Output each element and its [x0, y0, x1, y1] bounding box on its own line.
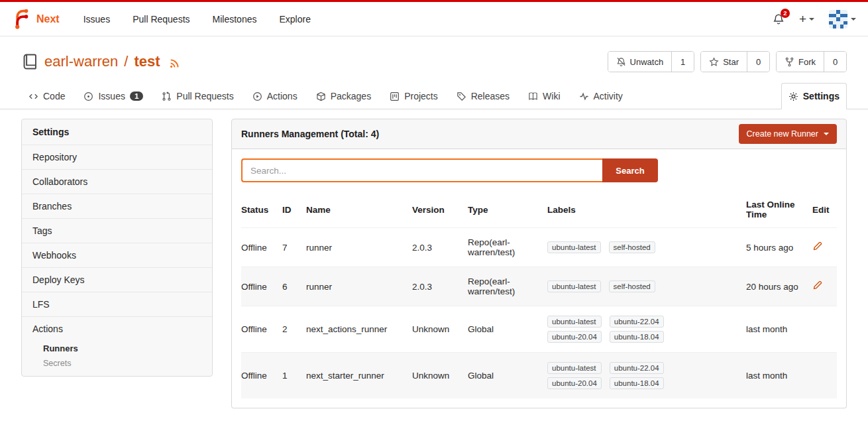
- runner-search-form: Search: [241, 158, 837, 182]
- repo-title: earl-warren / test: [21, 53, 180, 70]
- runners-panel-header: Runners Management (Total: 4) Create new…: [231, 119, 847, 149]
- unwatch-button[interactable]: Unwatch: [608, 52, 672, 72]
- fork-button-group: Fork 0: [776, 51, 847, 72]
- play-circle-icon: [252, 91, 262, 101]
- user-menu[interactable]: [829, 10, 856, 29]
- repo-tabs: Code Issues 1 Pull Requests Actions Pack…: [0, 83, 868, 109]
- repo-action-buttons: Unwatch 1 Star 0 Fork: [608, 51, 847, 72]
- runner-last-online: 20 hours ago: [746, 267, 812, 306]
- fork-count[interactable]: 0: [824, 52, 846, 72]
- panel-title: Runners Management (Total: 4): [241, 129, 379, 139]
- rss-feed-icon[interactable]: [169, 58, 180, 69]
- runner-last-online: last month: [746, 306, 812, 353]
- table-header-row: Status ID Name Version Type Labels Last …: [241, 192, 837, 228]
- sidebar-item-deploy-keys[interactable]: Deploy Keys: [22, 267, 212, 292]
- col-version: Version: [412, 192, 468, 228]
- plus-icon: +: [799, 12, 806, 27]
- runner-label-badge: self-hosted: [609, 241, 655, 253]
- edit-runner-button[interactable]: [812, 241, 822, 251]
- sidebar-item-collaborators[interactable]: Collaborators: [22, 169, 212, 194]
- tab-packages[interactable]: Packages: [309, 83, 378, 109]
- code-icon: [28, 91, 38, 101]
- runner-version: Unknown: [412, 306, 468, 353]
- sidebar-item-branches[interactable]: Branches: [22, 194, 212, 218]
- runner-label-badge: ubuntu-20.04: [547, 331, 602, 343]
- star-button[interactable]: Star: [701, 52, 747, 72]
- search-button[interactable]: Search: [602, 158, 658, 182]
- runner-label-badge: ubuntu-20.04: [547, 377, 602, 389]
- tab-activity[interactable]: Activity: [572, 83, 630, 109]
- notifications-button[interactable]: 2: [773, 13, 785, 25]
- create-runner-button[interactable]: Create new Runner: [739, 124, 837, 144]
- sidebar-item-secrets[interactable]: Secrets: [22, 356, 212, 376]
- sidebar-item-lfs[interactable]: LFS: [22, 292, 212, 316]
- sidebar-item-repository[interactable]: Repository: [22, 145, 212, 169]
- create-new-menu[interactable]: +: [799, 12, 814, 27]
- tab-releases-label: Releases: [471, 91, 510, 101]
- pull-request-icon: [162, 91, 172, 101]
- star-count[interactable]: 0: [747, 52, 769, 72]
- runner-name: runner: [306, 267, 412, 306]
- col-name: Name: [306, 192, 412, 228]
- tab-settings[interactable]: Settings: [781, 83, 847, 109]
- tab-actions-label: Actions: [267, 91, 298, 101]
- pulse-icon: [579, 91, 589, 101]
- runner-label-badge: ubuntu-18.04: [610, 377, 664, 389]
- runner-type: Global: [468, 306, 547, 353]
- edit-runner-button[interactable]: [812, 280, 822, 290]
- fork-button[interactable]: Fork: [777, 52, 824, 72]
- col-type: Type: [468, 192, 547, 228]
- chevron-down-icon: [851, 18, 856, 23]
- gear-icon: [788, 91, 798, 101]
- tab-code[interactable]: Code: [21, 83, 72, 109]
- col-id: ID: [282, 192, 306, 228]
- tab-projects[interactable]: Projects: [382, 83, 445, 109]
- runner-last-online: 5 hours ago: [746, 228, 812, 267]
- star-button-group: Star 0: [700, 51, 770, 72]
- chevron-down-icon: [809, 18, 814, 23]
- fork-label: Fork: [798, 57, 816, 67]
- package-icon: [316, 91, 326, 101]
- nav-item-explore[interactable]: Explore: [279, 14, 310, 25]
- repo-name-link[interactable]: test: [134, 53, 160, 70]
- runner-labels: ubuntu-latestself-hosted: [547, 267, 746, 306]
- repo-header: earl-warren / test Unwatch 1: [21, 51, 847, 72]
- sidebar-item-runners[interactable]: Runners: [22, 341, 212, 356]
- top-navbar: Next Issues Pull Requests Milestones Exp…: [0, 2, 868, 36]
- runner-version: Unknown: [412, 353, 468, 399]
- runner-status: Offline: [241, 228, 282, 267]
- tab-wiki[interactable]: Wiki: [521, 83, 567, 109]
- fork-icon: [785, 57, 794, 67]
- runner-id: 2: [282, 306, 306, 353]
- runner-label-badge: ubuntu-latest: [547, 362, 602, 374]
- tab-activity-label: Activity: [594, 91, 623, 101]
- settings-sidebar: Settings Repository Collaborators Branch…: [21, 119, 213, 377]
- runner-name: next_starter_runner: [306, 353, 412, 399]
- star-icon: [709, 57, 719, 67]
- nav-item-milestones[interactable]: Milestones: [213, 14, 257, 25]
- tab-releases[interactable]: Releases: [449, 83, 517, 109]
- runner-status: Offline: [241, 267, 282, 306]
- repo-owner-link[interactable]: earl-warren: [44, 53, 118, 70]
- sidebar-item-actions[interactable]: Actions: [22, 316, 212, 341]
- nav-item-pull-requests[interactable]: Pull Requests: [133, 14, 190, 25]
- watch-count[interactable]: 1: [671, 52, 694, 72]
- tab-issues[interactable]: Issues 1: [76, 83, 150, 109]
- forgejo-logo-link[interactable]: Next: [12, 9, 60, 29]
- tab-projects-label: Projects: [404, 91, 438, 101]
- nav-item-issues[interactable]: Issues: [83, 14, 110, 25]
- sidebar-item-tags[interactable]: Tags: [22, 218, 212, 243]
- search-input[interactable]: [241, 158, 602, 182]
- runner-type: Repo(earl-warren/test): [468, 228, 547, 267]
- runner-name: runner: [306, 228, 412, 267]
- tab-actions[interactable]: Actions: [245, 83, 305, 109]
- runner-id: 6: [282, 267, 306, 306]
- notification-count-badge: 2: [781, 9, 790, 18]
- sidebar-item-webhooks[interactable]: Webhooks: [22, 243, 212, 267]
- book-icon: [528, 91, 538, 101]
- repo-icon: [21, 53, 38, 70]
- unwatch-label: Unwatch: [630, 57, 664, 67]
- watch-button-group: Unwatch 1: [608, 51, 695, 72]
- tab-pull-requests[interactable]: Pull Requests: [154, 83, 241, 109]
- runners-table: Status ID Name Version Type Labels Last …: [241, 192, 837, 398]
